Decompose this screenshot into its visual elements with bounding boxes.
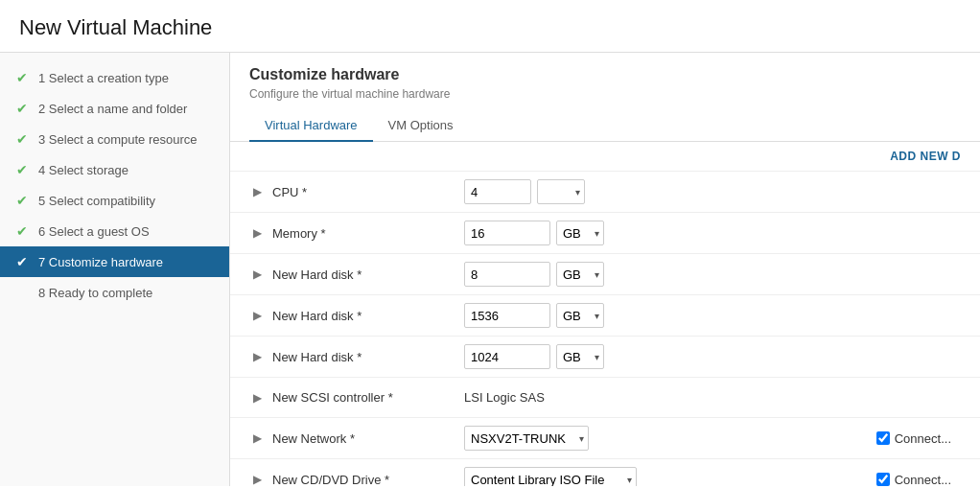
harddisk1-controls: GB MB TB xyxy=(464,262,961,287)
harddisk3-label: New Hard disk * xyxy=(272,350,464,364)
page-title: New Virtual Machine xyxy=(0,0,980,53)
check-icon-step3: ✔ xyxy=(13,130,31,148)
sidebar-item-step7[interactable]: ✔ 7 Customize hardware xyxy=(0,246,229,277)
memory-value-input[interactable] xyxy=(464,221,550,245)
check-icon-step1: ✔ xyxy=(13,69,31,86)
empty-icon-step8 xyxy=(13,284,31,301)
memory-row: ▶ Memory * GB MB KB xyxy=(230,213,980,254)
sidebar-item-step8[interactable]: 8 Ready to complete xyxy=(0,277,229,308)
network-controls: NSXV2T-TRUNK xyxy=(464,426,876,451)
harddisk3-value-input[interactable] xyxy=(464,344,550,369)
harddisk1-row: ▶ New Hard disk * GB MB TB xyxy=(230,254,980,295)
check-icon-step5: ✔ xyxy=(13,192,31,209)
scsi-value: LSI Logic SAS xyxy=(464,390,545,405)
cddvd-select[interactable]: Content Library ISO File Datastore ISO F… xyxy=(464,467,637,486)
cpu-unit-wrapper xyxy=(537,179,585,204)
expand-memory-icon[interactable]: ▶ xyxy=(249,225,265,241)
cpu-row: ▶ CPU * xyxy=(230,172,980,213)
scsi-label: New SCSI controller * xyxy=(272,390,464,405)
cddvd-select-wrapper: Content Library ISO File Datastore ISO F… xyxy=(464,467,637,486)
cddvd-connect-label: Connect... xyxy=(895,473,951,487)
network-connect-wrapper: Connect... xyxy=(876,431,961,446)
harddisk1-value-input[interactable] xyxy=(464,262,550,287)
cpu-value-input[interactable] xyxy=(464,179,531,204)
harddisk1-label: New Hard disk * xyxy=(272,267,464,282)
check-icon-step2: ✔ xyxy=(13,100,31,117)
memory-unit-select[interactable]: GB MB KB xyxy=(556,221,604,245)
harddisk1-unit-select[interactable]: GB MB TB xyxy=(556,262,604,287)
sidebar-item-step4[interactable]: ✔ 4 Select storage xyxy=(0,154,229,185)
tab-bar: Virtual Hardware VM Options xyxy=(249,110,961,141)
content-panel: Customize hardware Configure the virtual… xyxy=(230,53,980,486)
harddisk3-row: ▶ New Hard disk * GB MB TB xyxy=(230,337,980,378)
cddvd-connect-wrapper: Connect... xyxy=(876,473,961,487)
memory-label: Memory * xyxy=(272,226,464,241)
expand-harddisk1-icon[interactable]: ▶ xyxy=(249,267,265,282)
network-connect-label: Connect... xyxy=(895,431,951,446)
sidebar-item-step5[interactable]: ✔ 5 Select compatibility xyxy=(0,185,229,216)
scsi-controls: LSI Logic SAS xyxy=(464,390,961,405)
expand-harddisk3-icon[interactable]: ▶ xyxy=(249,349,265,364)
harddisk3-unit-wrapper: GB MB TB xyxy=(556,344,604,369)
memory-unit-wrapper: GB MB KB xyxy=(556,221,604,245)
cddvd-label: New CD/DVD Drive * xyxy=(272,473,464,487)
sidebar-item-step3[interactable]: ✔ 3 Select a compute resource xyxy=(0,124,229,154)
cpu-controls xyxy=(464,179,961,204)
harddisk2-unit-wrapper: GB MB TB xyxy=(556,303,604,328)
cddvd-row: ▶ New CD/DVD Drive * Content Library ISO… xyxy=(230,459,980,486)
check-icon-step4: ✔ xyxy=(13,161,31,178)
cpu-label: CPU * xyxy=(272,185,464,199)
network-label: New Network * xyxy=(272,431,464,446)
harddisk3-controls: GB MB TB xyxy=(464,344,961,369)
harddisk1-unit-wrapper: GB MB TB xyxy=(556,262,604,287)
check-icon-step6: ✔ xyxy=(13,222,31,240)
add-new-bar: ADD NEW D xyxy=(230,142,980,172)
section-subtitle: Configure the virtual machine hardware xyxy=(249,87,961,101)
harddisk2-label: New Hard disk * xyxy=(272,309,464,323)
network-row: ▶ New Network * NSXV2T-TRUNK Connect... xyxy=(230,418,980,459)
sidebar: ✔ 1 Select a creation type ✔ 2 Select a … xyxy=(0,53,230,486)
hardware-body: ADD NEW D ▶ CPU * ▶ Memory * xyxy=(230,142,980,486)
add-new-device-button[interactable]: ADD NEW D xyxy=(890,150,961,163)
tab-virtual-hardware[interactable]: Virtual Hardware xyxy=(249,110,373,142)
harddisk2-unit-select[interactable]: GB MB TB xyxy=(556,303,604,328)
harddisk2-controls: GB MB TB xyxy=(464,303,961,328)
sidebar-item-step6[interactable]: ✔ 6 Select a guest OS xyxy=(0,216,229,246)
harddisk2-value-input[interactable] xyxy=(464,303,550,328)
network-connect-checkbox[interactable] xyxy=(876,431,890,445)
network-select-wrapper: NSXV2T-TRUNK xyxy=(464,426,589,451)
network-select[interactable]: NSXV2T-TRUNK xyxy=(464,426,589,451)
expand-harddisk2-icon[interactable]: ▶ xyxy=(249,308,265,323)
harddisk3-unit-select[interactable]: GB MB TB xyxy=(556,344,604,369)
expand-cddvd-icon[interactable]: ▶ xyxy=(249,472,265,486)
active-icon-step7: ✔ xyxy=(13,253,31,270)
sidebar-item-step1[interactable]: ✔ 1 Select a creation type xyxy=(0,62,229,93)
cddvd-connect-checkbox[interactable] xyxy=(876,473,890,486)
section-title: Customize hardware xyxy=(249,66,961,83)
tab-vm-options[interactable]: VM Options xyxy=(373,110,469,142)
expand-scsi-icon[interactable]: ▶ xyxy=(249,390,265,406)
harddisk2-row: ▶ New Hard disk * GB MB TB xyxy=(230,295,980,337)
cpu-unit-select[interactable] xyxy=(537,179,585,204)
memory-controls: GB MB KB xyxy=(464,221,961,245)
expand-cpu-icon[interactable]: ▶ xyxy=(249,184,265,199)
sidebar-item-step2[interactable]: ✔ 2 Select a name and folder xyxy=(0,93,229,124)
expand-network-icon[interactable]: ▶ xyxy=(249,430,265,446)
cddvd-controls: Content Library ISO File Datastore ISO F… xyxy=(464,467,876,486)
scsi-row: ▶ New SCSI controller * LSI Logic SAS xyxy=(230,378,980,418)
content-header: Customize hardware Configure the virtual… xyxy=(230,53,980,142)
